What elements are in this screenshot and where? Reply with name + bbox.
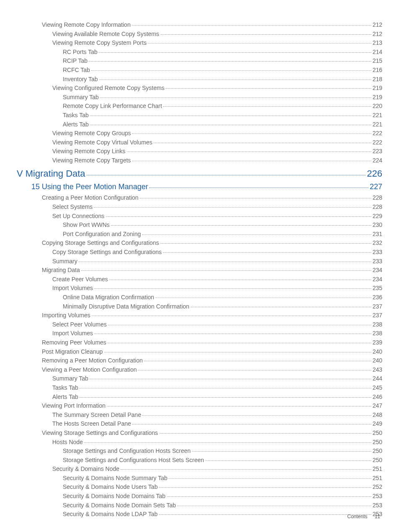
toc-leader-dots xyxy=(156,298,371,298)
toc-entry-page: 251 xyxy=(373,465,382,473)
toc-entry[interactable]: Copying Storage Settings and Configurati… xyxy=(17,239,382,247)
toc-entry[interactable]: Alerts Tab221 xyxy=(17,121,382,129)
toc-leader-dots xyxy=(192,451,371,452)
toc-entry-page: 216 xyxy=(373,66,382,75)
toc-entry-title: Viewing Available Remote Copy Systems xyxy=(52,30,159,39)
toc-entry[interactable]: 15 Using the Peer Motion Manager227 xyxy=(17,182,382,192)
toc-entry[interactable]: Minimally Disruptive Data Migration Conf… xyxy=(17,303,382,311)
toc-leader-dots xyxy=(191,307,371,307)
toc-entry[interactable]: Viewing Configured Remote Copy Systems21… xyxy=(17,84,382,93)
toc-entry[interactable]: V Migrating Data226 xyxy=(17,167,382,180)
toc-entry-title: Select Peer Volumes xyxy=(52,321,107,329)
toc-entry[interactable]: Create Peer Volumes234 xyxy=(17,275,382,284)
toc-entry[interactable]: Summary233 xyxy=(17,257,382,266)
toc-entry[interactable]: Security & Domains Node LDAP Tab253 xyxy=(17,510,382,519)
toc-entry-page: 235 xyxy=(373,284,382,293)
toc-entry[interactable]: Viewing Remote Copy Groups222 xyxy=(17,129,382,138)
toc-leader-dots xyxy=(148,43,371,44)
toc-entry-title: Security & Domains Node Users Tab xyxy=(63,483,158,491)
toc-entry[interactable]: Migrating Data 234 xyxy=(17,266,382,275)
toc-entry-title: RCIP Tab xyxy=(63,57,87,65)
toc-entry-page: 240 xyxy=(373,357,382,365)
toc-entry-page: 248 xyxy=(373,411,382,419)
toc-entry[interactable]: Security & Domains Node251 xyxy=(17,465,382,473)
toc-entry[interactable]: Storage Settings and Configurations Host… xyxy=(17,456,382,465)
toc-entry-title: Summary Tab xyxy=(52,375,88,383)
toc-entry[interactable]: Post Migration Cleanup 240 xyxy=(17,348,382,356)
toc-entry[interactable]: The Summary Screen Detail Pane248 xyxy=(17,411,382,419)
toc-entry[interactable]: Security & Domains Node Domain Sets Tab2… xyxy=(17,501,382,510)
toc-leader-dots xyxy=(144,361,371,361)
toc-entry-title: Viewing Storage Settings and Configurati… xyxy=(42,429,158,437)
toc-entry-page: 238 xyxy=(373,329,382,338)
toc-entry[interactable]: Removing Peer Volumes 239 xyxy=(17,339,382,347)
toc-entry-title: Alerts Tab xyxy=(63,121,89,129)
toc-leader-dots xyxy=(99,52,371,53)
toc-entry[interactable]: Summary Tab219 xyxy=(17,93,382,102)
toc-entry[interactable]: Tasks Tab245 xyxy=(17,384,382,392)
toc-entry[interactable]: Show Port WWNs230 xyxy=(17,221,382,229)
toc-entry-page: 246 xyxy=(373,393,382,401)
toc-entry[interactable]: Security & Domains Node Users Tab252 xyxy=(17,483,382,491)
toc-entry-page: 222 xyxy=(373,129,382,138)
toc-entry[interactable]: Removing a Peer Motion Configuration 240 xyxy=(17,357,382,365)
toc-entry[interactable]: Storage Settings and Configuration Hosts… xyxy=(17,447,382,455)
toc-leader-dots xyxy=(79,388,371,388)
toc-entry-page: 238 xyxy=(373,321,382,329)
toc-entry[interactable]: Inventory Tab218 xyxy=(17,75,382,84)
toc-entry-title: Tasks Tab xyxy=(63,111,89,120)
toc-entry[interactable]: Copy Storage Settings and Configurations… xyxy=(17,248,382,257)
toc-entry-page: 220 xyxy=(373,102,382,111)
toc-entry[interactable]: Select Peer Volumes238 xyxy=(17,321,382,329)
toc-entry-page: 212 xyxy=(373,30,382,39)
toc-entry-title: Online Data Migration Confirmation xyxy=(63,293,154,302)
toc-entry[interactable]: Tasks Tab221 xyxy=(17,111,382,120)
toc-entry-page: 228 xyxy=(373,194,382,202)
toc-entry[interactable]: RCIP Tab215 xyxy=(17,57,382,65)
toc-entry[interactable]: Online Data Migration Confirmation236 xyxy=(17,293,382,302)
toc-entry[interactable]: Viewing a Peer Motion Configuration243 xyxy=(17,366,382,374)
toc-entry[interactable]: RC Ports Tab214 xyxy=(17,48,382,57)
toc-leader-dots xyxy=(100,98,371,98)
toc-entry-title: Viewing Configured Remote Copy Systems xyxy=(52,84,164,93)
toc-entry[interactable]: Summary Tab244 xyxy=(17,375,382,383)
toc-entry[interactable]: Port Configuration and Zoning231 xyxy=(17,230,382,239)
toc-entry[interactable]: Viewing Available Remote Copy Systems212 xyxy=(17,30,382,39)
toc-entry-title: Minimally Disruptive Data Migration Conf… xyxy=(63,303,189,311)
toc-entry-title: RC Ports Tab xyxy=(63,48,97,57)
toc-entry-page: 218 xyxy=(373,75,382,84)
toc-leader-dots xyxy=(169,478,371,479)
toc-entry[interactable]: Viewing Remote Copy Targets224 xyxy=(17,157,382,165)
toc-entry[interactable]: Importing Volumes237 xyxy=(17,311,382,320)
toc-entry[interactable]: Import Volumes235 xyxy=(17,284,382,293)
toc-entry-title: Remote Copy Link Performance Chart xyxy=(63,102,162,111)
toc-entry[interactable]: Import Volumes238 xyxy=(17,329,382,338)
toc-entry[interactable]: Select Systems228 xyxy=(17,203,382,211)
table-of-contents: Viewing Remote Copy Information212Viewin… xyxy=(17,21,382,519)
toc-entry[interactable]: Viewing Remote Copy Virtual Volumes222 xyxy=(17,139,382,147)
toc-entry[interactable]: Viewing Remote Copy System Ports213 xyxy=(17,39,382,47)
toc-entry[interactable]: Hosts Node250 xyxy=(17,438,382,447)
toc-entry[interactable]: The Hosts Screen Detail Pane249 xyxy=(17,420,382,428)
toc-leader-dots xyxy=(99,80,371,80)
toc-entry[interactable]: Viewing Port Information247 xyxy=(17,402,382,410)
toc-entry[interactable]: Security & Domains Node Domains Tab253 xyxy=(17,492,382,501)
toc-leader-dots xyxy=(177,506,371,506)
toc-leader-dots xyxy=(132,424,371,424)
toc-entry[interactable]: Viewing Remote Copy Links223 xyxy=(17,147,382,156)
toc-entry[interactable]: Security & Domains Node Summary Tab251 xyxy=(17,474,382,483)
toc-entry[interactable]: Set Up Connections229 xyxy=(17,212,382,221)
toc-leader-dots xyxy=(90,125,371,125)
toc-entry[interactable]: Viewing Remote Copy Information212 xyxy=(17,21,382,29)
toc-entry-title: Security & Domains Node xyxy=(52,465,119,473)
toc-entry-title: Security & Domains Node Domain Sets Tab xyxy=(63,501,176,510)
toc-entry[interactable]: Creating a Peer Motion Configuration228 xyxy=(17,194,382,202)
toc-leader-dots xyxy=(163,106,371,107)
toc-entry[interactable]: RCFC Tab216 xyxy=(17,66,382,75)
toc-entry[interactable]: Viewing Storage Settings and Configurati… xyxy=(17,429,382,437)
toc-entry-page: 222 xyxy=(373,139,382,147)
toc-entry[interactable]: Remote Copy Link Performance Chart220 xyxy=(17,102,382,111)
toc-entry-title: Viewing Remote Copy Groups xyxy=(52,129,131,138)
toc-leader-dots xyxy=(167,496,371,497)
toc-entry[interactable]: Alerts Tab246 xyxy=(17,393,382,401)
